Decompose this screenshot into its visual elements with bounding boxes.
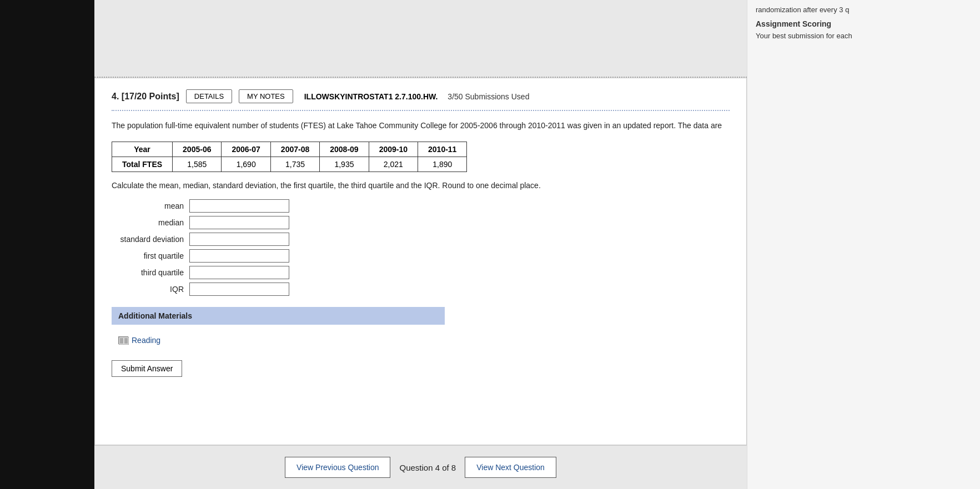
third-quartile-row: third quartile <box>112 266 730 279</box>
median-input[interactable] <box>189 216 289 229</box>
std-dev-label: standard deviation <box>112 235 184 244</box>
data-table: Year 2005-06 2006-07 2007-08 2008-09 200… <box>112 142 467 172</box>
iqr-row: IQR <box>112 283 730 296</box>
table-cell-2021: 2,021 <box>369 157 418 172</box>
best-submission-text: Your best submission for each <box>756 32 972 40</box>
median-row: median <box>112 216 730 229</box>
top-area <box>94 0 747 78</box>
table-header-2010: 2010-11 <box>418 142 467 157</box>
svg-rect-1 <box>120 338 123 344</box>
std-dev-input[interactable] <box>189 233 289 246</box>
question-header: 4. [17/20 Points] DETAILS MY NOTES ILLOW… <box>112 89 730 111</box>
table-header-2009: 2009-10 <box>369 142 418 157</box>
left-sidebar <box>0 0 94 489</box>
mean-row: mean <box>112 199 730 213</box>
reading-icon <box>118 336 128 344</box>
mean-label: mean <box>112 201 184 210</box>
table-header-2006: 2006-07 <box>222 142 270 157</box>
std-dev-row: standard deviation <box>112 233 730 246</box>
mean-input[interactable] <box>189 199 289 213</box>
hw-code: ILLOWSKYINTROSTAT1 2.7.100.HW. <box>304 92 438 101</box>
iqr-input[interactable] <box>189 283 289 296</box>
submissions-used: 3/50 Submissions Used <box>448 92 529 101</box>
question-indicator: Question 4 of 8 <box>399 463 456 472</box>
reading-link[interactable]: Reading <box>112 331 730 349</box>
table-row-label: Total FTES <box>112 157 173 172</box>
question-text: The population full-time equivalent numb… <box>112 120 730 132</box>
notes-button[interactable]: MY NOTES <box>239 89 293 103</box>
table-header-2005: 2005-06 <box>173 142 222 157</box>
prev-question-button[interactable]: View Previous Question <box>285 457 390 478</box>
iqr-label: IQR <box>112 285 184 294</box>
table-cell-1735: 1,735 <box>270 157 319 172</box>
table-header-2007: 2007-08 <box>270 142 319 157</box>
third-quartile-input[interactable] <box>189 266 289 279</box>
assignment-scoring-title: Assignment Scoring <box>756 19 972 28</box>
inputs-section: mean median standard deviation first qua… <box>112 199 730 296</box>
first-quartile-row: first quartile <box>112 249 730 263</box>
calculate-text: Calculate the mean, median, standard dev… <box>112 180 730 191</box>
right-panel: randomization after every 3 q Assignment… <box>747 0 980 489</box>
randomization-text: randomization after every 3 q <box>756 6 972 14</box>
reading-label: Reading <box>132 336 160 345</box>
details-button[interactable]: DETAILS <box>186 89 232 103</box>
table-cell-1690: 1,690 <box>222 157 270 172</box>
additional-materials-title: Additional Materials <box>118 311 438 320</box>
question-container: 4. [17/20 Points] DETAILS MY NOTES ILLOW… <box>94 78 747 445</box>
submit-answer-button[interactable]: Submit Answer <box>112 360 182 377</box>
first-quartile-input[interactable] <box>189 249 289 263</box>
table-cell-1585: 1,585 <box>173 157 222 172</box>
median-label: median <box>112 218 184 227</box>
svg-rect-2 <box>124 338 128 344</box>
main-content: 4. [17/20 Points] DETAILS MY NOTES ILLOW… <box>94 0 747 489</box>
table-header-year: Year <box>112 142 173 157</box>
next-question-button[interactable]: View Next Question <box>465 457 556 478</box>
question-number: 4. [17/20 Points] <box>112 92 179 102</box>
table-cell-1890: 1,890 <box>418 157 467 172</box>
table-header-2008: 2008-09 <box>320 142 369 157</box>
table-cell-1935: 1,935 <box>320 157 369 172</box>
first-quartile-label: first quartile <box>112 251 184 260</box>
additional-materials-section: Additional Materials <box>112 307 445 325</box>
bottom-navigation: View Previous Question Question 4 of 8 V… <box>94 445 747 489</box>
third-quartile-label: third quartile <box>112 268 184 277</box>
